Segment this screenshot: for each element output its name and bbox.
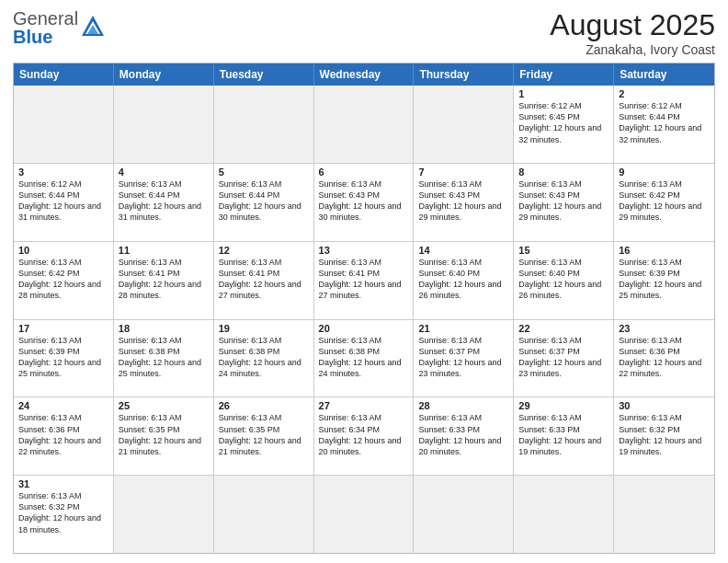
cal-cell: [314, 476, 415, 553]
day-info: Sunrise: 6:13 AM Sunset: 6:39 PM Dayligh…: [18, 335, 108, 380]
day-number: 21: [418, 323, 508, 334]
day-number: 18: [119, 323, 209, 334]
day-number: 10: [18, 245, 108, 256]
day-info: Sunrise: 6:13 AM Sunset: 6:43 PM Dayligh…: [319, 178, 409, 224]
day-number: 6: [319, 167, 409, 178]
day-number: 31: [18, 478, 108, 489]
cal-cell: [214, 476, 314, 553]
logo-icon: [80, 14, 106, 40]
cal-week-3: 17Sunrise: 6:13 AM Sunset: 6:39 PM Dayli…: [14, 319, 714, 397]
cal-cell: 21Sunrise: 6:13 AM Sunset: 6:37 PM Dayli…: [414, 320, 514, 397]
day-info: Sunrise: 6:13 AM Sunset: 6:41 PM Dayligh…: [219, 257, 309, 302]
cal-cell: 13Sunrise: 6:13 AM Sunset: 6:41 PM Dayli…: [314, 242, 415, 319]
cal-cell: 1Sunrise: 6:12 AM Sunset: 6:45 PM Daylig…: [514, 86, 614, 163]
day-number: 17: [18, 323, 108, 334]
day-number: 16: [619, 245, 710, 256]
cal-cell: 31Sunrise: 6:13 AM Sunset: 6:32 PM Dayli…: [14, 476, 114, 553]
cal-cell: 16Sunrise: 6:13 AM Sunset: 6:39 PM Dayli…: [614, 242, 714, 319]
day-number: 12: [219, 245, 309, 256]
cal-cell: [114, 476, 214, 553]
day-info: Sunrise: 6:13 AM Sunset: 6:32 PM Dayligh…: [18, 490, 108, 535]
day-number: 26: [219, 400, 309, 411]
cal-cell: 4Sunrise: 6:13 AM Sunset: 6:44 PM Daylig…: [114, 164, 214, 241]
cal-header-sunday: Sunday: [14, 63, 114, 86]
day-info: Sunrise: 6:13 AM Sunset: 6:40 PM Dayligh…: [418, 257, 508, 302]
logo: General Blue: [13, 9, 106, 46]
cal-header-tuesday: Tuesday: [214, 63, 314, 86]
cal-header-wednesday: Wednesday: [314, 63, 415, 86]
cal-cell: 3Sunrise: 6:12 AM Sunset: 6:44 PM Daylig…: [14, 164, 114, 241]
day-info: Sunrise: 6:13 AM Sunset: 6:36 PM Dayligh…: [18, 412, 108, 457]
day-info: Sunrise: 6:13 AM Sunset: 6:33 PM Dayligh…: [418, 412, 508, 457]
day-number: 2: [619, 88, 710, 99]
day-info: Sunrise: 6:13 AM Sunset: 6:35 PM Dayligh…: [219, 412, 309, 457]
cal-cell: 6Sunrise: 6:13 AM Sunset: 6:43 PM Daylig…: [314, 164, 415, 241]
cal-cell: 11Sunrise: 6:13 AM Sunset: 6:41 PM Dayli…: [114, 242, 214, 319]
cal-cell: 24Sunrise: 6:13 AM Sunset: 6:36 PM Dayli…: [14, 397, 114, 475]
day-info: Sunrise: 6:13 AM Sunset: 6:38 PM Dayligh…: [119, 335, 209, 380]
day-info: Sunrise: 6:13 AM Sunset: 6:37 PM Dayligh…: [418, 335, 508, 380]
day-info: Sunrise: 6:13 AM Sunset: 6:32 PM Dayligh…: [619, 412, 710, 457]
cal-cell: 20Sunrise: 6:13 AM Sunset: 6:38 PM Dayli…: [314, 320, 415, 397]
cal-cell: 9Sunrise: 6:13 AM Sunset: 6:42 PM Daylig…: [614, 164, 714, 241]
day-number: 8: [518, 167, 609, 178]
cal-week-0: 1Sunrise: 6:12 AM Sunset: 6:45 PM Daylig…: [14, 86, 714, 163]
subtitle: Zanakaha, Ivory Coast: [550, 42, 715, 57]
logo-general: General: [13, 9, 78, 28]
cal-cell: 23Sunrise: 6:13 AM Sunset: 6:36 PM Dayli…: [614, 320, 714, 397]
cal-header-saturday: Saturday: [614, 63, 714, 86]
cal-cell: 25Sunrise: 6:13 AM Sunset: 6:35 PM Dayli…: [114, 397, 214, 475]
day-number: 5: [219, 167, 309, 178]
day-number: 13: [319, 245, 409, 256]
day-number: 11: [119, 245, 209, 256]
day-number: 27: [319, 400, 409, 411]
day-number: 14: [418, 245, 508, 256]
day-info: Sunrise: 6:13 AM Sunset: 6:36 PM Dayligh…: [619, 335, 710, 380]
day-number: 3: [18, 167, 108, 178]
day-info: Sunrise: 6:13 AM Sunset: 6:33 PM Dayligh…: [518, 412, 609, 457]
day-number: 20: [319, 323, 409, 334]
cal-cell: [414, 86, 514, 163]
logo-blue: Blue: [13, 28, 78, 46]
cal-cell: 26Sunrise: 6:13 AM Sunset: 6:35 PM Dayli…: [214, 397, 314, 475]
day-info: Sunrise: 6:13 AM Sunset: 6:34 PM Dayligh…: [319, 412, 409, 457]
month-title: August 2025: [550, 9, 715, 41]
day-number: 23: [619, 323, 710, 334]
calendar: SundayMondayTuesdayWednesdayThursdayFrid…: [13, 63, 715, 554]
cal-week-5: 31Sunrise: 6:13 AM Sunset: 6:32 PM Dayli…: [14, 475, 714, 553]
day-number: 28: [418, 400, 508, 411]
cal-week-4: 24Sunrise: 6:13 AM Sunset: 6:36 PM Dayli…: [14, 396, 714, 475]
cal-cell: 22Sunrise: 6:13 AM Sunset: 6:37 PM Dayli…: [514, 320, 614, 397]
cal-cell: [214, 86, 314, 163]
cal-cell: 8Sunrise: 6:13 AM Sunset: 6:43 PM Daylig…: [514, 164, 614, 241]
cal-cell: [614, 476, 714, 553]
cal-cell: 7Sunrise: 6:13 AM Sunset: 6:43 PM Daylig…: [414, 164, 514, 241]
day-info: Sunrise: 6:13 AM Sunset: 6:37 PM Dayligh…: [518, 335, 609, 380]
cal-cell: [114, 86, 214, 163]
day-number: 25: [119, 400, 209, 411]
day-info: Sunrise: 6:13 AM Sunset: 6:38 PM Dayligh…: [219, 335, 309, 380]
cal-header-friday: Friday: [514, 63, 614, 86]
day-number: 7: [418, 167, 508, 178]
cal-week-2: 10Sunrise: 6:13 AM Sunset: 6:42 PM Dayli…: [14, 241, 714, 319]
day-info: Sunrise: 6:12 AM Sunset: 6:45 PM Dayligh…: [518, 100, 609, 145]
cal-cell: 5Sunrise: 6:13 AM Sunset: 6:44 PM Daylig…: [214, 164, 314, 241]
day-number: 1: [518, 88, 609, 99]
cal-cell: 10Sunrise: 6:13 AM Sunset: 6:42 PM Dayli…: [14, 242, 114, 319]
day-info: Sunrise: 6:13 AM Sunset: 6:44 PM Dayligh…: [219, 178, 309, 224]
cal-cell: 27Sunrise: 6:13 AM Sunset: 6:34 PM Dayli…: [314, 397, 415, 475]
cal-cell: 18Sunrise: 6:13 AM Sunset: 6:38 PM Dayli…: [114, 320, 214, 397]
cal-cell: 17Sunrise: 6:13 AM Sunset: 6:39 PM Dayli…: [14, 320, 114, 397]
day-number: 24: [18, 400, 108, 411]
day-info: Sunrise: 6:13 AM Sunset: 6:41 PM Dayligh…: [319, 257, 409, 302]
day-info: Sunrise: 6:13 AM Sunset: 6:38 PM Dayligh…: [319, 335, 409, 380]
cal-cell: 29Sunrise: 6:13 AM Sunset: 6:33 PM Dayli…: [514, 397, 614, 475]
day-info: Sunrise: 6:12 AM Sunset: 6:44 PM Dayligh…: [619, 100, 710, 145]
cal-cell: 15Sunrise: 6:13 AM Sunset: 6:40 PM Dayli…: [514, 242, 614, 319]
cal-cell: 12Sunrise: 6:13 AM Sunset: 6:41 PM Dayli…: [214, 242, 314, 319]
cal-week-1: 3Sunrise: 6:12 AM Sunset: 6:44 PM Daylig…: [14, 163, 714, 241]
day-number: 22: [518, 323, 609, 334]
day-info: Sunrise: 6:13 AM Sunset: 6:40 PM Dayligh…: [518, 257, 609, 302]
calendar-body: 1Sunrise: 6:12 AM Sunset: 6:45 PM Daylig…: [14, 86, 714, 553]
cal-cell: 2Sunrise: 6:12 AM Sunset: 6:44 PM Daylig…: [614, 86, 714, 163]
